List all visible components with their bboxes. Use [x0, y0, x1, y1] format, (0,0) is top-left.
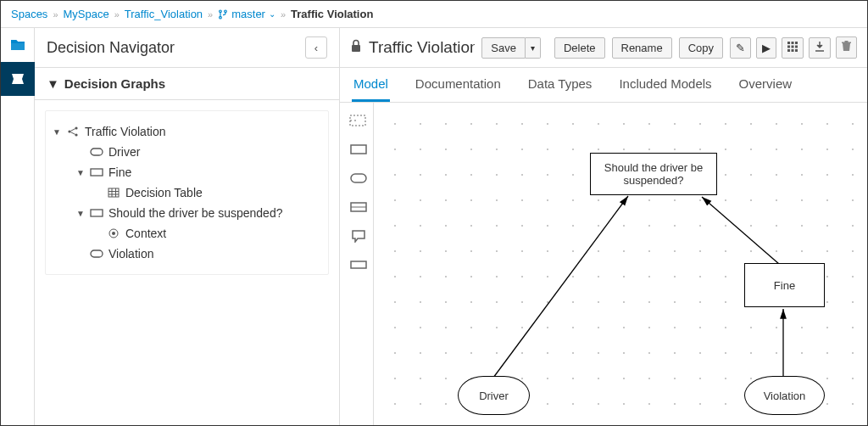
node-fine[interactable]: Fine — [744, 263, 825, 307]
tree-node-should[interactable]: ▼ Should the driver be suspended? — [53, 203, 321, 223]
tree-node-root[interactable]: ▼ Traffic Violation — [53, 121, 321, 142]
svg-rect-21 — [351, 174, 366, 182]
svg-rect-18 — [792, 49, 794, 52]
tab-documentation[interactable]: Documentation — [414, 68, 503, 102]
diagram-canvas[interactable]: Should the driver be suspended? Fine Dri… — [374, 103, 867, 425]
pill-icon — [90, 145, 103, 159]
caret-down-icon: ▼ — [76, 209, 85, 218]
tree-label: Violation — [108, 247, 153, 261]
caret-down-icon: ▼ — [53, 127, 61, 137]
rect-icon — [90, 165, 103, 179]
svg-rect-13 — [795, 42, 798, 44]
tree-node-context[interactable]: Context — [53, 223, 321, 244]
tab-datatypes[interactable]: Data Types — [526, 68, 594, 102]
branch-selector[interactable]: master ⌄ — [218, 8, 275, 20]
node-label: Should the driver be suspended? — [594, 161, 713, 187]
svg-rect-5 — [108, 188, 119, 197]
download-icon — [815, 42, 825, 54]
rail-navigator-tab[interactable] — [1, 62, 35, 96]
svg-line-25 — [493, 196, 628, 378]
svg-point-8 — [112, 232, 115, 235]
svg-rect-16 — [795, 45, 798, 48]
sidebar-title: Decision Navigator — [47, 39, 175, 57]
save-dropdown-button[interactable]: ▾ — [526, 37, 541, 59]
tree-label: Driver — [108, 145, 140, 159]
tree-node-decision-table[interactable]: Decision Table — [53, 182, 321, 203]
tree-label: Should the driver be suspended? — [108, 206, 282, 220]
decision-graphs-section[interactable]: ▼ Decision Graphs — [35, 68, 339, 100]
lock-icon — [350, 38, 362, 57]
tab-model[interactable]: Model — [352, 68, 390, 102]
breadcrumb: Spaces » MySpace » Traffic_Violation » m… — [1, 1, 867, 28]
tree-label: Traffic Violation — [85, 125, 165, 138]
node-should[interactable]: Should the driver be suspended? — [590, 153, 717, 195]
palette-tool-lasso[interactable] — [346, 108, 371, 133]
shape-palette — [343, 103, 374, 425]
save-button-group: Save ▾ — [481, 37, 541, 59]
pill-icon — [90, 247, 103, 261]
delete-button[interactable]: Delete — [554, 37, 605, 59]
node-violation[interactable]: Violation — [744, 376, 825, 415]
chevron-left-icon: ‹ — [314, 42, 318, 54]
save-button[interactable]: Save — [481, 37, 526, 59]
svg-rect-17 — [787, 49, 790, 52]
svg-rect-14 — [787, 45, 790, 48]
palette-split-rect[interactable] — [346, 194, 371, 220]
svg-rect-24 — [351, 261, 366, 268]
svg-point-2 — [75, 133, 77, 136]
left-rail — [1, 28, 35, 425]
palette-wide-rect[interactable] — [346, 252, 371, 277]
grid-button[interactable] — [782, 37, 804, 59]
tree-node-driver[interactable]: Driver — [53, 142, 321, 162]
trash-button[interactable] — [836, 36, 857, 59]
chevron-right-icon: » — [208, 9, 213, 20]
palette-annotation[interactable] — [346, 223, 371, 249]
svg-point-1 — [75, 126, 77, 129]
context-icon — [107, 227, 120, 240]
svg-rect-10 — [352, 45, 360, 52]
tree-node-fine[interactable]: ▼ Fine — [53, 162, 321, 182]
palette-rounded-rect[interactable] — [346, 165, 371, 191]
node-label: Violation — [764, 390, 806, 402]
chevron-down-icon: ⌄ — [269, 9, 275, 19]
decision-navigator-panel: Decision Navigator ‹ ▼ Decision Graphs ▼… — [35, 28, 340, 425]
chevron-right-icon: » — [281, 9, 286, 20]
breadcrumb-project[interactable]: Traffic_Violation — [125, 8, 203, 20]
pencil-icon: ✎ — [736, 42, 745, 54]
tab-included-models[interactable]: Included Models — [617, 68, 713, 102]
breadcrumb-spaces[interactable]: Spaces — [11, 8, 47, 20]
tab-overview[interactable]: Overview — [737, 68, 794, 102]
svg-rect-9 — [91, 250, 103, 257]
node-label: Driver — [479, 390, 509, 402]
rail-explorer-tab[interactable] — [1, 28, 35, 62]
run-button[interactable]: ▶ — [756, 37, 776, 59]
tree-node-violation[interactable]: Violation — [53, 244, 321, 264]
rename-button[interactable]: Rename — [612, 37, 672, 59]
file-title: Traffic Violation.dmn -... — [369, 38, 475, 57]
editor-pane: Traffic Violation.dmn -... ⌄ Save ▾ Dele… — [340, 28, 867, 425]
svg-point-0 — [68, 130, 70, 132]
node-label: Fine — [774, 279, 795, 292]
palette-rect[interactable] — [346, 137, 371, 162]
download-button[interactable] — [809, 37, 831, 59]
share-icon — [66, 125, 80, 138]
breadcrumb-myspace[interactable]: MySpace — [64, 8, 109, 20]
svg-rect-12 — [792, 42, 794, 44]
collapse-sidebar-button[interactable]: ‹ — [305, 36, 327, 59]
editor-tabs: Model Documentation Data Types Included … — [340, 68, 867, 103]
edit-button[interactable]: ✎ — [730, 37, 751, 59]
rect-icon — [90, 206, 103, 220]
tree-label: Fine — [108, 165, 131, 179]
svg-rect-4 — [91, 169, 103, 176]
editor-header: Traffic Violation.dmn -... ⌄ Save ▾ Dele… — [340, 28, 867, 68]
play-icon: ▶ — [762, 42, 771, 54]
svg-rect-3 — [91, 149, 103, 155]
svg-rect-6 — [91, 210, 103, 216]
branch-name: master — [231, 8, 265, 20]
breadcrumb-current: Traffic Violation — [291, 8, 373, 20]
svg-rect-11 — [787, 42, 790, 44]
node-driver[interactable]: Driver — [458, 376, 530, 415]
decision-tree: ▼ Traffic Violation Driver ▼ Fine — [45, 110, 329, 275]
trash-icon — [842, 41, 851, 54]
copy-button[interactable]: Copy — [679, 37, 723, 59]
